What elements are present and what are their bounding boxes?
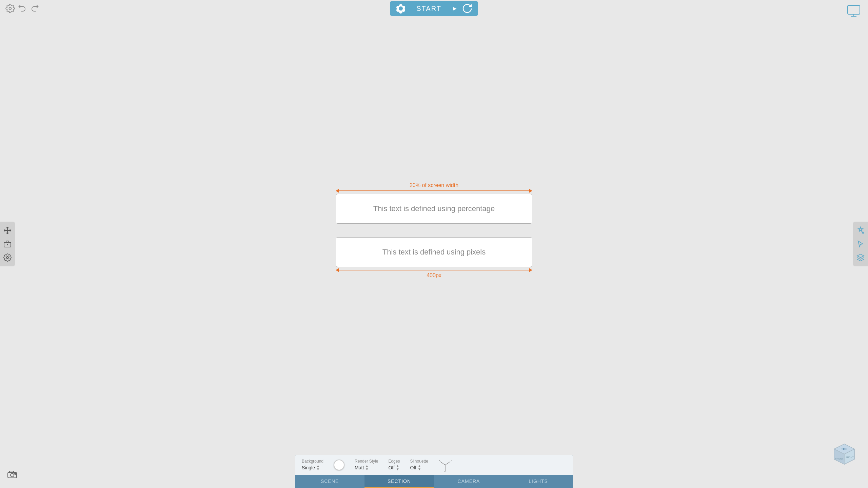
tab-lights[interactable]: LIGHTS [504,475,573,488]
silhouette-arrows[interactable]: ▲▼ [418,464,421,471]
bottom-tabs: SCENE SECTION CAMERA LIGHTS [295,475,573,488]
pixels-arrow-label: 400px [427,272,441,279]
background-label: Background [302,459,323,464]
percentage-arrow-label: 20% of screen width [410,182,458,188]
silhouette-value-row: Off ▲▼ [410,464,428,471]
silhouette-value: Off [410,465,416,470]
render-style-value: Matt [355,465,364,470]
pixels-box-text: This text is defined using pixels [382,248,486,256]
svg-text:y: y [444,470,446,472]
pixels-arrow-row [336,270,532,270]
edges-value-row: Off ▲▼ [388,464,400,471]
svg-line-18 [445,462,450,465]
bottom-bar: Background Single ▲▼ Render Style Matt ▲… [295,455,573,488]
percentage-box-text: This text is defined using percentage [373,204,495,213]
xyz-gizmo: z x y [438,458,452,472]
background-arrows[interactable]: ▲▼ [316,464,320,471]
tab-section[interactable]: SECTION [364,475,434,488]
edges-value: Off [388,465,394,470]
background-value: Single [302,465,315,470]
silhouette-control: Silhouette Off ▲▼ [410,459,428,471]
background-control: Background Single ▲▼ [302,459,323,471]
render-style-control: Render Style Matt ▲▼ [355,459,378,471]
svg-text:x: x [439,459,440,462]
bottom-controls: Background Single ▲▼ Render Style Matt ▲… [295,455,573,475]
pixels-text-box: This text is defined using pixels [336,237,532,267]
percentage-text-box: This text is defined using percentage [336,194,532,224]
main-content: 20% of screen width This text is defined… [0,0,868,488]
edges-label: Edges [388,459,400,464]
render-style-label: Render Style [355,459,378,464]
pixels-section: This text is defined using pixels 400px [336,237,532,279]
camera-icon[interactable] [7,469,18,481]
background-value-row: Single ▲▼ [302,464,323,471]
svg-point-16 [11,473,14,477]
cube-top-view[interactable]: TOP FRONT RIGHT [831,441,858,468]
render-style-arrows[interactable]: ▲▼ [365,464,369,471]
render-style-value-row: Matt ▲▼ [355,464,378,471]
background-toggle[interactable] [334,460,344,470]
svg-line-19 [440,462,445,465]
percentage-section: 20% of screen width This text is defined… [336,182,532,224]
content-area: 20% of screen width This text is defined… [336,182,532,279]
pixels-arrow-line [336,270,532,270]
silhouette-label: Silhouette [410,459,428,464]
svg-text:RIGHT: RIGHT [846,456,854,459]
svg-text:TOP: TOP [841,447,847,451]
edges-arrows[interactable]: ▲▼ [396,464,399,471]
svg-point-17 [15,473,16,474]
svg-text:z: z [451,459,452,462]
edges-control: Edges Off ▲▼ [388,459,400,471]
tab-scene[interactable]: SCENE [295,475,364,488]
svg-text:FRONT: FRONT [835,458,844,460]
percentage-arrow-line [336,190,532,191]
tab-camera[interactable]: CAMERA [434,475,504,488]
percentage-arrow-row [336,190,532,191]
